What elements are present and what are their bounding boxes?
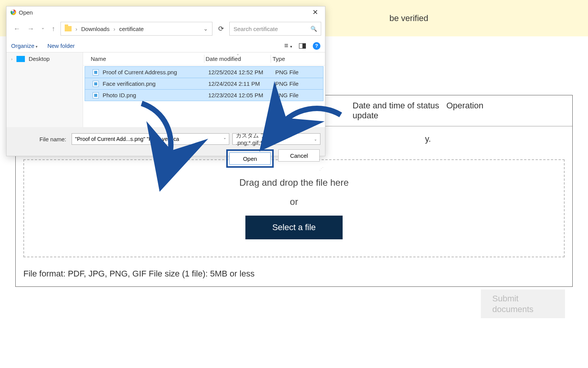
nav-buttons: ← → ⌄ ↑ xyxy=(10,25,58,33)
dialog-title: Open xyxy=(19,9,33,16)
file-format-text: File format: PDF, JPG, PNG, GIF File siz… xyxy=(16,265,572,286)
image-file-icon xyxy=(93,92,99,98)
dropzone-text: Drag and drop the file here xyxy=(239,177,349,188)
banner-text: be verified xyxy=(389,13,428,23)
chrome-icon xyxy=(10,9,16,15)
breadcrumb-downloads[interactable]: Downloads xyxy=(81,26,109,32)
nav-recent-icon[interactable]: ⌄ xyxy=(41,25,45,33)
breadcrumb-bar[interactable]: › Downloads › certificate ⌄ xyxy=(60,22,212,36)
file-type: PNG File xyxy=(275,92,315,98)
search-icon[interactable]: 🔍 xyxy=(310,26,317,32)
breadcrumb-certificate[interactable]: certificate xyxy=(119,26,144,32)
new-folder-button[interactable]: New folder xyxy=(47,43,75,49)
dialog-footer: File name: ⌄ カスタム ファイル .png;*.gif;*.p ⌄ … xyxy=(7,127,325,172)
sidebar-label: Desktop xyxy=(29,56,50,62)
nav-up-icon[interactable]: ↑ xyxy=(52,25,55,33)
th-status-update: Date and time of status update xyxy=(353,101,446,121)
folder-icon xyxy=(65,26,72,31)
filename-label: File name: xyxy=(11,136,69,142)
preview-pane-button[interactable] xyxy=(299,43,306,49)
file-open-dialog: Open ✕ ← → ⌄ ↑ › Downloads › certificate… xyxy=(6,6,325,156)
dialog-titlebar: Open ✕ xyxy=(7,7,325,18)
nav-forward-icon[interactable]: → xyxy=(27,25,34,33)
resize-grip-icon[interactable]: ⋰ xyxy=(319,167,323,172)
select-file-button[interactable]: Select a file xyxy=(245,216,343,239)
search-placeholder: Search certificate xyxy=(234,26,278,32)
dropzone-or: or xyxy=(290,196,298,207)
open-button-highlight: Open xyxy=(226,149,274,168)
file-columns: ⌄ Name Date modified Type xyxy=(83,52,325,65)
file-name: Photo ID.png xyxy=(103,92,208,98)
file-type-filter[interactable]: カスタム ファイル .png;*.gif;*.p ⌄ xyxy=(232,133,320,145)
submit-documents-button[interactable]: Submit documents xyxy=(481,289,565,318)
breadcrumb-sep: › xyxy=(75,26,77,32)
nav-back-icon[interactable]: ← xyxy=(13,25,20,33)
filename-input[interactable] xyxy=(72,133,229,145)
cancel-button[interactable]: Cancel xyxy=(278,149,320,162)
file-name: Proof of Current Address.png xyxy=(103,69,208,75)
file-date: 12/25/2024 12:52 PM xyxy=(208,69,275,75)
col-name[interactable]: Name xyxy=(91,56,206,62)
file-date: 12/24/2024 2:11 PM xyxy=(208,80,275,87)
help-button[interactable]: ? xyxy=(313,42,320,50)
file-name: Face verification.png xyxy=(103,80,208,87)
file-row[interactable]: Face verification.png 12/24/2024 2:11 PM… xyxy=(85,78,323,90)
image-file-icon xyxy=(93,69,99,75)
dialog-navbar: ← → ⌄ ↑ › Downloads › certificate ⌄ ⟳ Se… xyxy=(7,18,325,39)
image-file-icon xyxy=(93,81,99,87)
search-box[interactable]: Search certificate 🔍 xyxy=(229,22,321,36)
dialog-toolbar: Organize New folder ≡ ▾ ? xyxy=(7,39,325,52)
file-area: ⌄ Name Date modified Type Proof of Curre… xyxy=(83,52,325,127)
file-type: PNG File xyxy=(275,69,315,75)
sidebar-item-desktop[interactable]: › Desktop xyxy=(7,52,83,65)
filter-text: カスタム ファイル .png;*.gif;*.p xyxy=(236,132,314,146)
refresh-button[interactable]: ⟳ xyxy=(215,25,227,33)
file-list: Proof of Current Address.png 12/25/2024 … xyxy=(83,65,325,127)
breadcrumb-sep: › xyxy=(113,26,115,32)
dialog-sidebar: › Desktop xyxy=(7,52,83,127)
file-dropzone[interactable]: Drag and drop the file here or Select a … xyxy=(23,159,565,257)
sort-caret-icon: ⌄ xyxy=(236,52,239,56)
open-button[interactable]: Open xyxy=(229,152,271,165)
col-date[interactable]: Date modified xyxy=(206,56,273,62)
file-row[interactable]: Photo ID.png 12/23/2024 12:05 PM PNG Fil… xyxy=(85,90,323,101)
file-date: 12/23/2024 12:05 PM xyxy=(208,92,275,98)
breadcrumb-dropdown-icon[interactable]: ⌄ xyxy=(203,25,208,32)
file-row[interactable]: Proof of Current Address.png 12/25/2024 … xyxy=(85,66,323,78)
desktop-icon xyxy=(16,56,25,62)
dialog-close-button[interactable]: ✕ xyxy=(307,8,323,16)
view-list-button[interactable]: ≡ ▾ xyxy=(284,42,292,50)
th-operation: Operation xyxy=(446,101,488,121)
chevron-right-icon: › xyxy=(11,57,13,61)
svg-point-4 xyxy=(13,11,14,13)
col-type[interactable]: Type xyxy=(273,56,317,62)
chevron-down-icon: ⌄ xyxy=(314,137,317,141)
organize-menu[interactable]: Organize xyxy=(11,43,38,49)
file-type: PNG File xyxy=(275,80,315,87)
chevron-down-icon[interactable]: ⌄ xyxy=(223,136,226,140)
